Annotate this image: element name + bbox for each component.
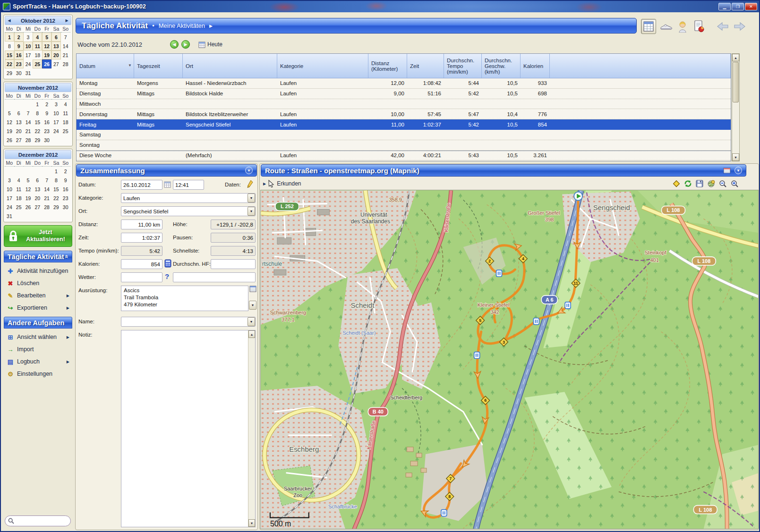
calendar-day[interactable]: 19 bbox=[42, 51, 51, 59]
name-field[interactable] bbox=[121, 317, 256, 327]
calendar-day[interactable]: 6 bbox=[51, 33, 61, 42]
calendar-day[interactable]: 15 bbox=[51, 185, 61, 194]
calendar-day[interactable]: 12 bbox=[5, 118, 14, 127]
scroll-down-icon[interactable]: ▼ bbox=[248, 519, 255, 527]
calendar-day[interactable]: 13 bbox=[14, 118, 24, 127]
calendar-next-button[interactable]: ▶ bbox=[63, 18, 71, 23]
calendar-day[interactable]: 12 bbox=[42, 42, 51, 51]
column-header-7[interactable]: Durchschn. Geschw. (km/h) bbox=[482, 54, 521, 78]
calendar-day[interactable]: 26 bbox=[24, 203, 33, 211]
calendar-day[interactable]: 21 bbox=[42, 194, 51, 203]
calendar-day[interactable]: 10 bbox=[24, 42, 33, 51]
calendar-day[interactable]: 20 bbox=[33, 194, 42, 203]
calendar-day[interactable]: 20 bbox=[51, 51, 61, 59]
calendar-day[interactable]: 7 bbox=[24, 109, 33, 118]
sidebar-item-edit[interactable]: ✎Bearbeiten▶ bbox=[4, 289, 73, 302]
sidebar-item-settings[interactable]: ⚙Einstellungen bbox=[4, 368, 73, 380]
equipment-list-button[interactable] bbox=[249, 286, 256, 294]
calendar-day[interactable]: 2 bbox=[42, 100, 51, 109]
notes-textarea[interactable]: ▲ ▼ bbox=[121, 330, 256, 527]
equipment-button[interactable] bbox=[659, 19, 673, 34]
calendar-day[interactable]: 15 bbox=[5, 51, 14, 59]
today-button[interactable]: Heute bbox=[198, 41, 222, 48]
calendar-day[interactable]: 16 bbox=[42, 118, 51, 127]
calendar-day[interactable]: 22 bbox=[5, 59, 14, 68]
next-week-button[interactable]: ▶ bbox=[181, 40, 190, 49]
breadcrumb[interactable]: Meine Aktivitäten bbox=[159, 22, 205, 29]
sidebar-item-choose-view[interactable]: ⊞Ansicht wählen▶ bbox=[4, 331, 73, 343]
calendar-day[interactable]: 18 bbox=[33, 51, 42, 59]
calendar-day[interactable]: 11 bbox=[61, 109, 70, 118]
calendar-day[interactable]: 16 bbox=[14, 51, 24, 59]
date-field[interactable]: 26.10.2012 bbox=[121, 180, 162, 190]
ort-select[interactable]: Sengscheid Stiefel bbox=[121, 206, 256, 216]
calendar-day[interactable]: 23 bbox=[42, 127, 51, 135]
previous-week-button[interactable]: ◀ bbox=[170, 40, 179, 49]
map-list-icon[interactable] bbox=[723, 168, 731, 174]
calendar-day[interactable]: 30 bbox=[14, 68, 24, 77]
calendar-day[interactable]: 27 bbox=[51, 59, 61, 68]
section-header-daily-activity[interactable]: Tägliche Aktivität « bbox=[4, 251, 72, 262]
calendar-day[interactable]: 26 bbox=[42, 59, 51, 68]
calendar-day[interactable]: 4 bbox=[33, 33, 42, 42]
calendar-day[interactable]: 3 bbox=[51, 100, 61, 109]
sidebar-item-delete[interactable]: ✖Löschen bbox=[4, 277, 73, 289]
calendar-day[interactable]: 7 bbox=[61, 33, 70, 42]
zoom-in-button[interactable] bbox=[731, 180, 739, 188]
calendar-day[interactable]: 24 bbox=[24, 59, 33, 68]
calendar-day[interactable]: 8 bbox=[5, 42, 14, 51]
column-header-2[interactable]: Ort bbox=[183, 54, 277, 78]
explore-label[interactable]: Erkunden bbox=[277, 180, 301, 187]
sidebar-item-import[interactable]: →Import bbox=[4, 343, 73, 355]
minimize-button[interactable]: ▁ bbox=[718, 3, 731, 10]
calendar-day[interactable]: 4 bbox=[14, 176, 24, 185]
calendar-day[interactable]: 12 bbox=[24, 185, 33, 194]
column-header-1[interactable]: Tageszeit bbox=[134, 54, 183, 78]
table-row[interactable]: DonnerstagMittagsBildstock Itzeblitzerwe… bbox=[77, 109, 731, 119]
calendar-day[interactable]: 11 bbox=[33, 42, 42, 51]
calendar-day[interactable]: 21 bbox=[24, 127, 33, 135]
reports-button[interactable] bbox=[692, 19, 706, 34]
waypoint-button[interactable] bbox=[673, 180, 680, 187]
calendar-day[interactable]: 10 bbox=[5, 185, 14, 194]
calendar-day[interactable]: 2 bbox=[14, 33, 24, 42]
ort-dropdown-icon[interactable]: ▼ bbox=[248, 207, 255, 216]
zeit-field[interactable]: 1:02:37 bbox=[121, 233, 162, 243]
date-picker-button[interactable] bbox=[164, 181, 171, 190]
column-header-4[interactable]: Distanz (Kilometer) bbox=[368, 54, 407, 78]
hf-field[interactable] bbox=[211, 259, 256, 269]
athlete-button[interactable] bbox=[676, 19, 689, 34]
table-row[interactable]: Diese Woche(Mehrfach)Laufen42,004:00:215… bbox=[77, 151, 731, 161]
calendar-day[interactable]: 25 bbox=[33, 59, 42, 68]
time-field[interactable]: 12:41 bbox=[173, 180, 204, 190]
column-header-3[interactable]: Kategorie bbox=[277, 54, 368, 78]
calendar-day[interactable]: 30 bbox=[61, 203, 70, 211]
sidebar-item-export[interactable]: ↪Exportieren▶ bbox=[4, 302, 73, 314]
calendar-day[interactable]: 5 bbox=[5, 109, 14, 118]
calendar-day[interactable]: 27 bbox=[33, 203, 42, 211]
scroll-up-icon[interactable]: ▲ bbox=[248, 330, 255, 338]
calculate-button[interactable] bbox=[164, 259, 171, 270]
calendar-day[interactable]: 21 bbox=[61, 51, 70, 59]
table-row[interactable]: FreitagMittagsSengscheid StiefelLaufen11… bbox=[77, 119, 731, 130]
calendar-day[interactable]: 20 bbox=[14, 127, 24, 135]
calendar-day[interactable]: 15 bbox=[33, 118, 42, 127]
equipment-box[interactable]: Ascics Trail Trambola 479 Kilometer bbox=[121, 286, 248, 311]
wetter-field[interactable] bbox=[121, 272, 162, 282]
calendar-day[interactable]: 9 bbox=[42, 109, 51, 118]
calendar-day[interactable]: 6 bbox=[33, 176, 42, 185]
forward-button[interactable] bbox=[734, 22, 746, 31]
scroll-up-icon[interactable]: ▲ bbox=[732, 54, 739, 61]
calendar-day[interactable]: 22 bbox=[33, 127, 42, 135]
calendar-day[interactable]: 18 bbox=[61, 118, 70, 127]
equipment-dropdown-icon[interactable]: ▼ bbox=[249, 301, 256, 310]
table-row[interactable]: DienstagMittagsBildstock HaldeLaufen9,00… bbox=[77, 89, 731, 99]
calendar-day[interactable]: 5 bbox=[24, 176, 33, 185]
table-row[interactable]: MontagMorgensHassel - NiederwürzbachLauf… bbox=[77, 78, 731, 89]
refresh-button[interactable] bbox=[684, 180, 692, 187]
calendar-day[interactable]: 13 bbox=[51, 42, 61, 51]
close-button[interactable]: ✕ bbox=[745, 3, 757, 10]
kategorie-dropdown-icon[interactable]: ▼ bbox=[248, 194, 255, 203]
back-button[interactable] bbox=[717, 22, 729, 31]
kategorie-select[interactable]: Laufen bbox=[121, 193, 256, 203]
